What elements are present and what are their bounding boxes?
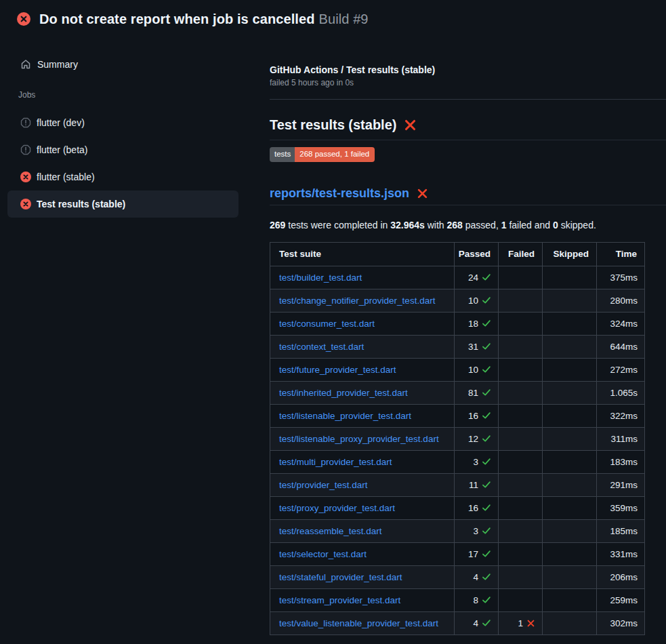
failed-cell [499, 358, 543, 381]
skipped-cell [543, 335, 597, 358]
table-row: test/listenable_provider_test.dart16322m… [270, 404, 645, 427]
passed-cell-value: 3 [473, 526, 491, 536]
check-icon [482, 434, 491, 443]
passed-cell: 4 [455, 565, 499, 588]
sidebar-item-label: flutter (dev) [37, 117, 85, 128]
check-icon [482, 388, 491, 397]
run-title: GitHub Actions / Test results (stable) [270, 64, 666, 75]
skipped-cell [543, 542, 597, 565]
count: 81 [468, 388, 478, 398]
test-suite-cell: test/stream_provider_test.dart [270, 588, 455, 611]
table-row: test/provider_test.dart11291ms [270, 473, 645, 496]
check-icon [482, 342, 491, 351]
table-row: test/reassemble_test.dart3185ms [270, 519, 645, 542]
failed-cell [499, 427, 543, 450]
failed-cell [499, 381, 543, 404]
test-suite-link[interactable]: test/future_provider_test.dart [279, 365, 396, 375]
test-suite-link[interactable]: test/consumer_test.dart [279, 319, 375, 329]
test-suite-link[interactable]: test/listenable_proxy_provider_test.dart [279, 434, 439, 444]
report-file-link[interactable]: reports/test-results.json [270, 186, 409, 201]
test-suite-link[interactable]: test/stateful_provider_test.dart [279, 572, 402, 582]
test-suite-cell: test/future_provider_test.dart [270, 358, 455, 381]
test-suite-cell: test/listenable_provider_test.dart [270, 404, 455, 427]
test-suite-link[interactable]: test/selector_test.dart [279, 549, 367, 559]
table-row: test/stateful_provider_test.dart4206ms [270, 565, 645, 588]
count: 4 [473, 618, 478, 628]
passed-cell-value: 17 [468, 549, 491, 559]
table-header-row: Test suite Passed Failed Skipped Time [270, 242, 645, 266]
results-table-body: test/builder_test.dart24375mstest/change… [270, 266, 645, 635]
summary-part: 32.964s [390, 220, 425, 230]
table-row: test/listenable_proxy_provider_test.dart… [270, 427, 645, 450]
passed-cell: 10 [455, 358, 499, 381]
failed-cell [499, 519, 543, 542]
passed-cell-value: 8 [473, 595, 491, 605]
table-row: test/multi_provider_test.dart3183ms [270, 450, 645, 473]
test-suite-cell: test/listenable_proxy_provider_test.dart [270, 427, 455, 450]
test-suite-link[interactable]: test/inherited_provider_test.dart [279, 388, 408, 398]
test-suite-link[interactable]: test/value_listenable_provider_test.dart [279, 618, 438, 628]
test-suite-link[interactable]: test/stream_provider_test.dart [279, 595, 400, 605]
sidebar-item-flutter-beta[interactable]: flutter (beta) [7, 136, 238, 163]
test-suite-link[interactable]: test/listenable_provider_test.dart [279, 411, 411, 421]
sidebar-summary-label: Summary [37, 59, 78, 70]
check-icon [482, 572, 491, 582]
sidebar-item-summary[interactable]: Summary [7, 56, 270, 73]
time-cell: 359ms [597, 496, 645, 519]
test-suite-link[interactable]: test/reassemble_test.dart [279, 526, 382, 536]
home-icon [20, 59, 31, 70]
count: 12 [468, 434, 478, 444]
passed-cell-value: 4 [473, 572, 491, 582]
sidebar: Summary Jobs flutter (dev) [0, 26, 270, 218]
check-icon [482, 457, 491, 466]
test-suite-cell: test/builder_test.dart [270, 266, 455, 289]
skipped-cell [543, 404, 597, 427]
col-header-test-suite: Test suite [270, 242, 455, 266]
passed-cell-value: 81 [468, 388, 491, 398]
skipped-cell [543, 312, 597, 335]
sidebar-item-test-results-stable[interactable]: Test results (stable) [7, 190, 238, 218]
skipped-cell [543, 473, 597, 496]
test-suite-link[interactable]: test/builder_test.dart [279, 273, 362, 283]
time-cell: 259ms [597, 588, 645, 611]
passed-cell: 17 [455, 542, 499, 565]
passed-cell: 8 [455, 588, 499, 611]
failed-cell [499, 335, 543, 358]
failed-cell [499, 404, 543, 427]
passed-cell-value: 4 [473, 618, 491, 628]
time-cell: 272ms [597, 358, 645, 381]
passed-cell: 31 [455, 335, 499, 358]
passed-cell-value: 16 [468, 411, 491, 421]
sidebar-item-label: Test results (stable) [37, 199, 125, 209]
summary-part: failed and [507, 220, 554, 230]
run-status-text: failed 5 hours ago in 0s [270, 78, 666, 87]
test-suite-link[interactable]: test/multi_provider_test.dart [279, 457, 392, 467]
summary-part: 0 [553, 220, 558, 230]
summary-part: tests were completed in [285, 220, 390, 230]
passed-cell-value: 12 [468, 434, 491, 444]
passed-cell-value: 16 [468, 503, 491, 513]
test-suite-link[interactable]: test/context_test.dart [279, 342, 364, 352]
report-file-heading[interactable]: reports/test-results.json [270, 186, 666, 205]
passed-cell: 3 [455, 450, 499, 473]
summary-part: 1 [501, 220, 507, 230]
passed-cell-value: 10 [468, 296, 491, 306]
count: 11 [469, 480, 478, 490]
count: 10 [468, 365, 478, 375]
test-suite-link[interactable]: test/proxy_provider_test.dart [279, 503, 395, 513]
sidebar-item-flutter-dev[interactable]: flutter (dev) [7, 109, 238, 136]
test-suite-link[interactable]: test/change_notifier_provider_test.dart [279, 296, 435, 306]
sidebar-item-flutter-stable[interactable]: flutter (stable) [7, 163, 238, 190]
test-suite-link[interactable]: test/provider_test.dart [279, 480, 368, 490]
time-cell: 291ms [597, 473, 645, 496]
check-icon [482, 480, 491, 489]
time-cell: 183ms [597, 450, 645, 473]
time-cell: 1.065s [597, 381, 645, 404]
col-header-time: Time [597, 242, 645, 266]
check-icon [482, 273, 491, 282]
x-icon [526, 619, 535, 628]
time-cell: 375ms [597, 266, 645, 289]
build-number: Build #9 [319, 12, 369, 26]
time-cell: 185ms [597, 519, 645, 542]
count: 16 [468, 411, 478, 421]
